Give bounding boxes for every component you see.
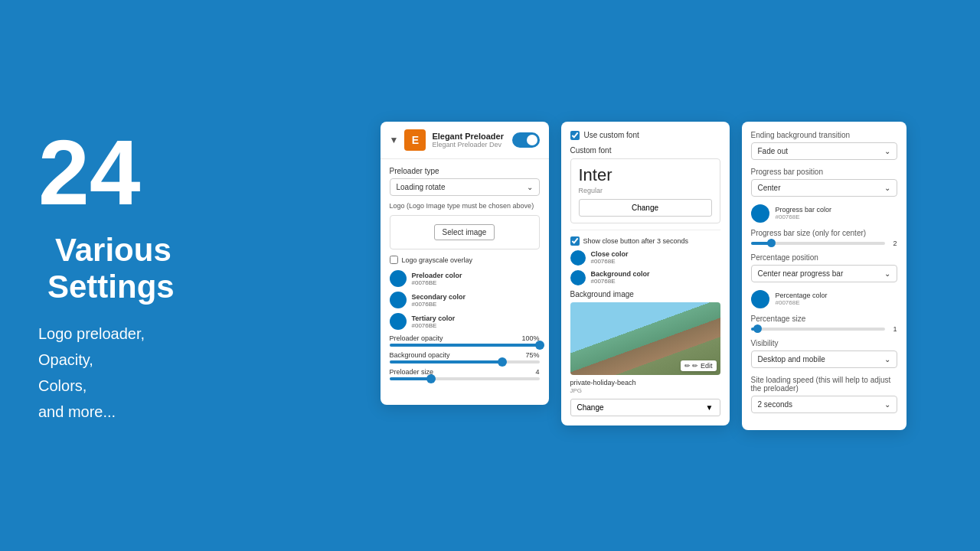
secondary-color-name: Secondary color: [412, 293, 466, 301]
site-loading-arrow-icon: ⌄: [884, 400, 890, 409]
percentage-color-circle[interactable]: [751, 290, 769, 308]
plugin-info: Elegant Preloader Elegant Preloader Dev: [432, 132, 505, 148]
preloader-type-label: Preloader type: [390, 167, 540, 175]
toggle-switch[interactable]: [512, 132, 540, 148]
use-custom-font-row: Use custom font: [570, 131, 720, 140]
preloader-color-name: Preloader color: [412, 272, 462, 279]
site-loading-select[interactable]: 2 seconds ⌄: [751, 396, 897, 413]
tertiary-color-row: Tertiary color #0076BE: [390, 313, 540, 330]
preloader-size-label: Preloader size: [390, 368, 434, 376]
progress-bar-color-name: Progress bar color: [776, 206, 832, 214]
preloader-color-hex: #0076BE: [412, 279, 462, 286]
close-color-circle[interactable]: [570, 250, 586, 266]
subtitle: Logo preloader, Opacity, Colors, and mor…: [38, 321, 268, 425]
panels-area: ▼ E Elegant Preloader Elegant Preloader …: [306, 106, 980, 445]
progress-bar-size-slider-row: 2: [751, 240, 897, 247]
plugin-sub: Elegant Preloader Dev: [432, 141, 505, 148]
grayscale-checkbox-row: Logo grayscale overlay: [390, 256, 540, 264]
percentage-size-track[interactable]: [751, 328, 885, 331]
percentage-size-slider-row: 1: [751, 325, 897, 333]
font-style: Regular: [579, 187, 712, 194]
preloader-size-section: Preloader size 4: [390, 368, 540, 380]
change-dropdown-arrow-icon: ▼: [706, 403, 714, 412]
close-color-name: Close color: [591, 250, 629, 258]
bg-opacity-value: 75%: [525, 351, 539, 359]
preloader-opacity-track[interactable]: [390, 344, 540, 347]
change-image-button[interactable]: Change ▼: [570, 399, 720, 416]
ending-bg-value: Fade out: [758, 147, 788, 155]
percentage-size-value: 1: [890, 325, 897, 333]
progress-bar-size-label: Progress bar size (only for center): [751, 229, 897, 237]
bg-color-hex: #00768E: [591, 278, 650, 285]
panel-2: Use custom font Custom font Inter Regula…: [561, 122, 730, 425]
bg-color-row: Background color #00768E: [570, 270, 720, 285]
progress-bar-pos-select[interactable]: Center ⌄: [751, 179, 897, 197]
font-name: Inter: [579, 165, 712, 185]
edit-badge[interactable]: ✏ ✏ Edit: [681, 360, 716, 371]
site-loading-value: 2 seconds: [758, 400, 793, 409]
plugin-name: Elegant Preloader: [432, 132, 505, 141]
percentage-pos-arrow-icon: ⌄: [884, 269, 890, 278]
secondary-color-circle[interactable]: [390, 292, 407, 308]
ending-bg-label: Ending background transition: [751, 131, 897, 139]
preloader-type-arrow-icon: ⌄: [527, 183, 533, 191]
bg-color-name: Background color: [591, 270, 650, 278]
preloader-size-track[interactable]: [390, 377, 540, 380]
use-custom-font-checkbox[interactable]: [570, 131, 580, 140]
font-change-button[interactable]: Change: [579, 199, 712, 217]
tertiary-color-circle[interactable]: [390, 313, 407, 330]
image-select-box: Select image: [390, 215, 540, 249]
progress-bar-color-hex: #00768E: [776, 214, 832, 220]
progress-bar-size-track[interactable]: [751, 242, 885, 245]
progress-bar-pos-arrow-icon: ⌄: [884, 184, 890, 192]
progress-bar-pos-label: Progress bar position: [751, 168, 897, 176]
change-image-label: Change: [577, 403, 604, 412]
divider-1: [570, 230, 720, 230]
preloader-type-select[interactable]: Loading rotate ⌄: [390, 178, 540, 196]
use-custom-font-label: Use custom font: [584, 131, 639, 139]
site-loading-label: Site loading speed (this will help to ad…: [751, 376, 897, 393]
panel-1: ▼ E Elegant Preloader Elegant Preloader …: [381, 122, 549, 406]
panel-1-body: Preloader type Loading rotate ⌄ Logo (Lo…: [381, 159, 549, 393]
ending-bg-select[interactable]: Fade out ⌄: [751, 142, 897, 160]
title-line2: Settings: [47, 269, 175, 305]
image-type: JPG: [570, 387, 720, 394]
percentage-color-name: Percentage color: [776, 292, 828, 299]
preloader-color-circle[interactable]: [390, 270, 407, 287]
grayscale-checkbox[interactable]: [390, 256, 398, 264]
show-close-checkbox[interactable]: [570, 236, 580, 246]
bg-opacity-section: Background opacity 75%: [390, 351, 540, 364]
plugin-icon: E: [404, 129, 426, 151]
edit-label: ✏ Edit: [692, 362, 712, 370]
preloader-size-value: 4: [535, 368, 539, 376]
percentage-color-row: Percentage color #00768E: [751, 290, 897, 308]
percentage-size-label: Percentage size: [751, 315, 897, 323]
percentage-pos-select[interactable]: Center near progress bar ⌄: [751, 265, 897, 282]
panel-header: ▼ E Elegant Preloader Elegant Preloader …: [381, 122, 549, 159]
visibility-arrow-icon: ⌄: [884, 355, 890, 364]
tertiary-color-hex: #0076BE: [412, 322, 456, 329]
bg-opacity-track[interactable]: [390, 360, 540, 364]
percentage-pos-label: Percentage position: [751, 253, 897, 262]
preloader-opacity-label: Preloader opacity: [390, 334, 443, 342]
percentage-pos-value: Center near progress bar: [758, 269, 844, 278]
close-color-hex: #00768E: [591, 258, 629, 265]
show-close-label: Show close button after 3 seconds: [583, 237, 689, 245]
show-close-row: Show close button after 3 seconds: [570, 236, 720, 246]
preloader-color-row: Preloader color #0076BE: [390, 270, 540, 287]
select-image-button[interactable]: Select image: [434, 224, 495, 240]
progress-bar-color-circle[interactable]: [751, 204, 769, 223]
visibility-value: Desktop and mobile: [758, 355, 825, 364]
custom-font-label: Custom font: [570, 146, 720, 155]
visibility-select[interactable]: Desktop and mobile ⌄: [751, 350, 897, 368]
collapse-arrow-icon[interactable]: ▼: [390, 135, 399, 145]
progress-bar-pos-value: Center: [758, 184, 781, 192]
percentage-color-hex: #00768E: [776, 299, 828, 306]
image-filename: private-holiday-beach: [570, 379, 720, 386]
close-color-row: Close color #00768E: [570, 250, 720, 266]
bg-image-label: Background image: [570, 290, 720, 298]
preloader-type-value: Loading rotate: [397, 183, 446, 191]
panel-3: Ending background transition Fade out ⌄ …: [742, 122, 906, 430]
bg-color-circle[interactable]: [570, 270, 586, 285]
tertiary-color-name: Tertiary color: [412, 315, 456, 322]
